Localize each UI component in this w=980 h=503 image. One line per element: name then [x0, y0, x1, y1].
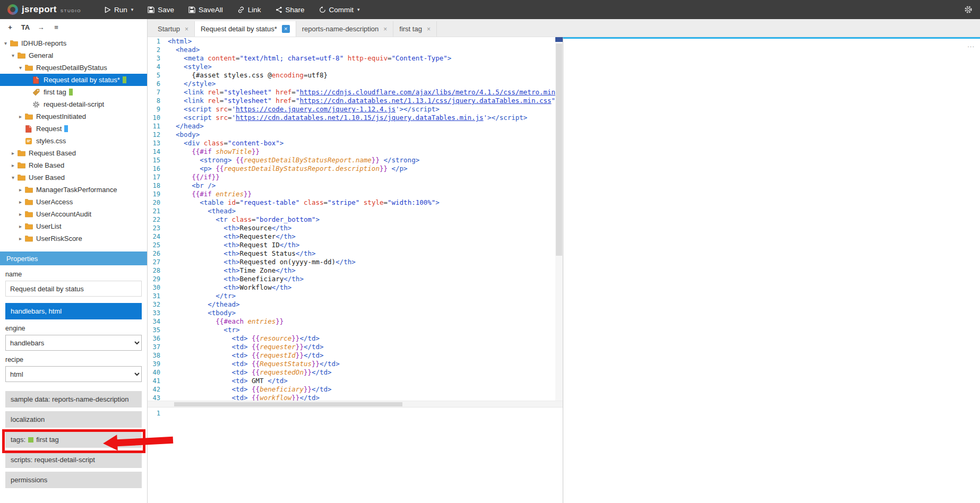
- properties-header[interactable]: Properties: [0, 252, 147, 265]
- toolbar-run-button[interactable]: →: [35, 21, 47, 33]
- code-line[interactable]: 19 {{#if entries}}: [148, 190, 563, 198]
- menu-commit-button[interactable]: Commit▾: [319, 6, 360, 14]
- tab-reports-name-description[interactable]: reports-name-description×: [296, 21, 394, 37]
- tree-item-userlist[interactable]: ▸UserList: [0, 220, 147, 232]
- caret-down-icon[interactable]: ▾: [10, 175, 16, 180]
- menu-saveall-button[interactable]: SaveAll: [188, 6, 223, 14]
- section-localization[interactable]: localization: [5, 411, 142, 428]
- tree-item-user-based[interactable]: ▾User Based: [0, 171, 147, 184]
- code-line[interactable]: 9 <script src='https://code.jquery.com/j…: [148, 105, 563, 114]
- code-line[interactable]: 34 {{#each entries}}: [148, 317, 563, 326]
- code-line[interactable]: 17 {{/if}}: [148, 173, 563, 181]
- code-line[interactable]: 14 {{#if showTitle}}: [148, 148, 563, 156]
- code-line[interactable]: 25 <th>Request ID</th>: [148, 241, 563, 249]
- code-line[interactable]: 32 </thead>: [148, 300, 563, 309]
- code-line[interactable]: 10 <script src='https://cdn.datatables.n…: [148, 114, 563, 122]
- code-line[interactable]: 41 <td> GMT </td>: [148, 377, 563, 385]
- code-editor[interactable]: 1<html>2 <head>3 <meta content="text/htm…: [148, 37, 563, 401]
- tree-item-requestinitiated[interactable]: ▸RequestInitiated: [0, 110, 147, 123]
- vertical-scroll-thumb[interactable]: [556, 44, 562, 256]
- editor-horizontal-scrollbar[interactable]: [148, 401, 563, 407]
- preview-more-button[interactable]: ...: [967, 41, 975, 49]
- caret-down-icon[interactable]: ▾: [17, 65, 24, 71]
- code-line[interactable]: 4 <style>: [148, 63, 563, 71]
- code-line[interactable]: 6 </style>: [148, 80, 563, 88]
- code-line[interactable]: 7 <link rel="stylesheet" href="https://c…: [148, 88, 563, 97]
- code-line[interactable]: 27 <th>Requested on(yyyy-mm-dd)</th>: [148, 258, 563, 266]
- caret-down-icon[interactable]: ▾: [2, 40, 9, 46]
- tree-item-request-based[interactable]: ▸Request Based: [0, 147, 147, 159]
- jsreport-logo[interactable]: jsreport STUDIO: [7, 4, 81, 15]
- code-line[interactable]: 2 <head>: [148, 46, 563, 54]
- toolbar-menu-button[interactable]: ≡: [50, 21, 63, 33]
- tree-item-general[interactable]: ▾General: [0, 49, 147, 62]
- caret-right-icon[interactable]: ▸: [17, 114, 24, 119]
- code-line[interactable]: 31 </tr>: [148, 292, 563, 300]
- code-line[interactable]: 29 <th>Beneficiary</th>: [148, 275, 563, 283]
- tree-item-request[interactable]: Request: [0, 123, 147, 135]
- code-line[interactable]: 24 <th>Requester</th>: [148, 232, 563, 241]
- code-line[interactable]: 35 <tr>: [148, 326, 563, 334]
- tree-item-request-detail-by-status[interactable]: Request detail by status*: [0, 74, 147, 86]
- code-line[interactable]: 1: [148, 409, 563, 418]
- menu-link-button[interactable]: Link: [237, 6, 261, 14]
- code-line[interactable]: 20 <table id="request-table" class="stri…: [148, 198, 563, 207]
- code-line[interactable]: 13 <div class="content-box">: [148, 139, 563, 148]
- toolbar-add-button[interactable]: +: [4, 21, 16, 33]
- code-line[interactable]: 3 <meta content="text/html; charset=utf-…: [148, 54, 563, 63]
- caret-right-icon[interactable]: ▸: [10, 162, 16, 168]
- code-line[interactable]: 37 <td> {{requester}}</td>: [148, 343, 563, 351]
- close-icon[interactable]: ×: [383, 26, 387, 32]
- tab-request-detail-by-status[interactable]: Request detail by status*×: [195, 21, 296, 37]
- tab-first-tag[interactable]: first tag×: [393, 21, 437, 37]
- code-line[interactable]: 40 <td> {{requestedOn}}</td>: [148, 368, 563, 377]
- caret-right-icon[interactable]: ▸: [17, 223, 24, 229]
- tree-item-request-detail-script[interactable]: request-detail-script: [0, 98, 147, 110]
- code-line[interactable]: 38 <td> {{requestId}}</td>: [148, 351, 563, 360]
- caret-down-icon[interactable]: ▾: [10, 53, 16, 58]
- section-permissions[interactable]: permissions: [5, 472, 142, 488]
- code-line[interactable]: 33 <tbody>: [148, 309, 563, 317]
- code-line[interactable]: 28 <th>Time Zone</th>: [148, 266, 563, 275]
- code-line[interactable]: 15 <strong> {{requestDetailByStatusRepor…: [148, 156, 563, 164]
- menu-share-button[interactable]: Share: [276, 6, 305, 14]
- caret-right-icon[interactable]: ▸: [10, 150, 16, 156]
- tree-item-requestdetailbystatus[interactable]: ▾RequestDetailByStatus: [0, 62, 147, 74]
- toolbar-filter-button[interactable]: TA: [19, 21, 32, 33]
- code-line[interactable]: 12 <body>: [148, 131, 563, 139]
- horizontal-scroll-thumb[interactable]: [174, 402, 402, 406]
- tree-item-managertaskperformance[interactable]: ▸ManagerTaskPerformance: [0, 184, 147, 196]
- tree-item-idhub-reports[interactable]: ▾IDHUB-reports: [0, 37, 147, 49]
- code-line[interactable]: 1<html>: [148, 37, 563, 46]
- menu-save-button[interactable]: Save: [148, 6, 174, 14]
- menu-run-button[interactable]: Run▾: [105, 6, 133, 14]
- section-sample-data[interactable]: sample data: reports-name-description: [5, 391, 142, 407]
- tab-startup[interactable]: Startup×: [152, 21, 195, 37]
- code-line[interactable]: 22 <tr class="border_bottom">: [148, 215, 563, 224]
- tree-item-useraccountaudit[interactable]: ▸UserAccountAudit: [0, 208, 147, 220]
- close-icon[interactable]: ×: [282, 25, 290, 33]
- settings-gear-icon[interactable]: [964, 5, 973, 14]
- editor-vertical-scrollbar[interactable]: [555, 37, 563, 401]
- code-line[interactable]: 30 <th>Workflow</th>: [148, 283, 563, 292]
- section-scripts[interactable]: scripts: request-detail-script: [5, 452, 142, 468]
- section-tags[interactable]: tags:first tag: [5, 431, 142, 448]
- caret-right-icon[interactable]: ▸: [17, 199, 24, 205]
- code-line[interactable]: 23 <th>Resource</th>: [148, 224, 563, 232]
- code-line[interactable]: 16 <p> {{requestDetailByStatusReport.des…: [148, 164, 563, 173]
- caret-right-icon[interactable]: ▸: [17, 236, 24, 241]
- template-type-bar[interactable]: handlebars, html: [5, 303, 142, 319]
- tree-item-userriskscore[interactable]: ▸UserRiskScore: [0, 232, 147, 245]
- recipe-select[interactable]: html: [5, 366, 142, 382]
- tree-item-role-based[interactable]: ▸Role Based: [0, 159, 147, 171]
- close-icon[interactable]: ×: [427, 26, 431, 32]
- bottom-editor-pane[interactable]: 1: [148, 407, 563, 503]
- code-line[interactable]: 5 {#asset styles.css @encoding=utf8}: [148, 71, 563, 80]
- tree-item-useraccess[interactable]: ▸UserAccess: [0, 196, 147, 208]
- code-line[interactable]: 21 <thead>: [148, 207, 563, 215]
- name-input[interactable]: [5, 281, 142, 297]
- code-line[interactable]: 42 <td> {{beneficiary}}</td>: [148, 385, 563, 394]
- code-line[interactable]: 18 <br />: [148, 181, 563, 190]
- code-line[interactable]: 11 </head>: [148, 122, 563, 131]
- caret-right-icon[interactable]: ▸: [17, 211, 24, 217]
